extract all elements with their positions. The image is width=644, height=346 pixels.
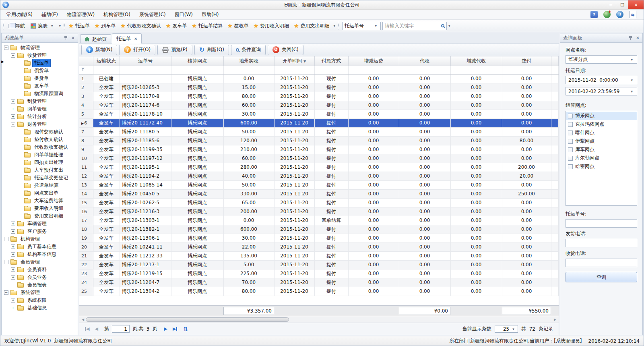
sidebar-item-大车预付支出[interactable]: 大车预付支出 [4,166,78,174]
favorite-到车单[interactable]: ★到车单 [92,21,118,31]
date-from-select[interactable]: 2015-11-02 0:00:00 ▾ [566,76,637,84]
table-row[interactable]: 18全发车博乐20-11382-1博乐网点600.002015-11-20提付0… [79,225,559,234]
sidebar-item-车辆管理[interactable]: +车辆管理 [4,220,78,228]
settle-option-伊犁网点[interactable]: 伊犁网点 [566,137,637,145]
keyword-search-input[interactable]: 请输入关键字 [382,22,447,30]
checkbox-icon[interactable] [568,156,573,161]
column-header-运单号[interactable]: 运单号 [120,56,171,66]
collapse-icon[interactable]: − [4,260,8,264]
collapse-icon[interactable]: − [4,290,8,295]
sidebar-item-会员管理[interactable]: −会员管理 [4,258,78,266]
sidebar-item-回单单据处理[interactable]: 回单单据处理 [4,151,78,159]
sidebar-item-机构管理[interactable]: −机构管理 [4,235,78,243]
checkbox-icon[interactable] [568,139,573,144]
table-row[interactable]: 7全发车博乐20-11180-5博乐网点50.002015-11-20提付0.0… [79,127,559,136]
close-button[interactable]: ✕ [628,0,644,9]
query-button[interactable]: 查询 [566,272,637,282]
expand-icon[interactable]: + [11,222,15,226]
scroll-right-icon[interactable]: ▶ [552,318,558,321]
sidebar-item-提货单[interactable]: 提货单 [4,75,78,82]
reload-page-icon[interactable]: ⇅ [183,326,188,332]
expand-icon[interactable]: + [11,252,15,257]
sidebar-item-会员业务[interactable]: +会员业务 [4,273,78,281]
toolbar-grip[interactable] [3,22,4,30]
maximize-button[interactable]: ❐ [617,0,628,9]
action-button-条件查询[interactable]: 条件查询 [231,45,266,55]
table-row[interactable]: 15全发车博乐20-10262-5博乐网点65.002015-11-20提付0.… [79,198,559,207]
favorite-发车单[interactable]: ★发车单 [163,21,190,31]
filter-cell[interactable] [171,66,223,74]
action-button-刷新(Q)[interactable]: ↻刷新(Q) [194,45,229,55]
sidebar-item-费用支出明细[interactable]: 费用支出明细 [4,212,78,220]
table-row[interactable]: 8全发车博乐20-11185-6博乐网点120.002015-11-20提付0.… [79,136,559,145]
navigation-button[interactable]: 导航 [5,21,28,31]
sidebar-item-物流跟踪查询[interactable]: 物流跟踪查询 [4,90,78,97]
settle-option-博乐网点[interactable]: 博乐网点 [566,112,637,120]
column-header-地州实收[interactable]: 地州实收 [223,56,274,66]
search-icon[interactable] [441,24,444,27]
prev-page-button[interactable]: ◀ [95,326,98,331]
settle-option-克拉玛依网点[interactable]: 克拉玛依网点 [566,120,637,128]
tab-close-icon[interactable]: ✕ [134,37,137,41]
favorite-费用收入明细[interactable]: ★费用收入明细 [251,21,291,31]
table-row[interactable]: ▶6全发车博乐20-11172-40博乐网点600.002015-11-20提付… [79,118,559,127]
expand-icon[interactable]: + [11,107,15,111]
table-row[interactable]: 14全发车博乐20-10450-5博乐网点330.002015-11-20提付0… [79,189,559,198]
collapse-icon[interactable]: − [4,46,8,50]
checkbox-icon[interactable] [568,147,573,152]
close-icon[interactable]: ✕ [636,36,640,40]
action-button-新增(N)[interactable]: +新增(N) [81,45,117,55]
expand-icon[interactable]: + [11,267,15,272]
sidebar-item-员工基本信息[interactable]: +员工基本信息 [4,243,78,251]
expand-icon[interactable]: + [11,275,15,280]
table-row[interactable]: 24全发车博乐20-11204-7博乐网点70.002015-11-20提付0.… [79,278,559,287]
globe-icon[interactable] [603,11,611,18]
table-row[interactable]: 23全发车博乐20-11219-15博乐网点225.002015-11-20提付… [79,269,559,278]
info-icon[interactable]: i [616,11,623,18]
filter-cell[interactable] [314,66,348,74]
sidebar-item-会员资料[interactable]: +会员资料 [4,266,78,273]
skin-button[interactable]: 换肤 ▾ [28,21,58,31]
collapse-icon[interactable]: − [11,53,15,58]
sidebar-item-机构基本信息[interactable]: +机构基本信息 [4,251,78,258]
table-row[interactable]: 9全发车博乐20-11199-35博乐网点210.002015-11-20提付0… [79,145,559,154]
settle-option-库尔勒网点[interactable]: 库尔勒网点 [566,154,637,162]
filter-cell[interactable] [348,66,399,74]
settle-option-喀什网点[interactable]: 喀什网点 [566,128,637,137]
filter-cell[interactable] [120,66,171,74]
help-icon[interactable]: ? [590,11,598,18]
menu-item-辅助(E)[interactable]: 辅助(E) [37,10,62,20]
sidebar-item-托运单结算[interactable]: 托运单结算 [4,182,78,189]
toolbar-grip[interactable] [338,22,339,30]
expand-icon[interactable]: + [11,229,15,234]
filter-cell[interactable] [450,66,502,74]
toolbar-grip[interactable] [64,22,65,30]
table-row[interactable]: 25全发车博乐20-11304-2博乐网点80.002015-11-20提付0.… [79,287,559,296]
next-page-button[interactable]: ▶ [164,326,167,331]
sidebar-item-网点支出单[interactable]: 网点支出单 [4,189,78,197]
receiver-phone-input[interactable] [566,259,637,267]
collapse-icon[interactable]: − [11,122,15,126]
column-header-增减代收[interactable]: 增减代收 [450,56,502,66]
table-row[interactable]: 11全发车博乐20-11195-1博乐网点280.002015-11-20提付0… [79,163,559,172]
scrollbar-thumb[interactable] [86,317,289,322]
column-header-开单时间[interactable]: 开单时间▼ [274,56,314,66]
scroll-left-icon[interactable]: ◀ [80,318,86,321]
table-row[interactable]: 10全发车博乐20-11197-12博乐网点60.002015-11-20提付0… [79,154,559,163]
favorite-费用支出明细[interactable]: ★费用支出明细 [291,21,332,31]
sidebar-item-费用收入明细[interactable]: 费用收入明细 [4,205,78,212]
sidebar-item-客户服务[interactable]: +客户服务 [4,228,78,235]
settle-option-库车网点[interactable]: 库车网点 [566,145,637,154]
close-icon[interactable]: ✕ [71,36,75,40]
settle-option-哈密网点[interactable]: 哈密网点 [566,162,637,171]
sidebar-item-大车运费结算[interactable]: 大车运费结算 [4,197,78,205]
waybill-no-input[interactable] [566,219,637,228]
table-row[interactable]: 21全发车博乐20-11212-33博乐网点135.002015-11-20提付… [79,251,559,260]
page-number-input[interactable] [112,325,130,333]
column-header-增减运费[interactable]: 增减运费 [348,56,399,66]
table-row[interactable]: 1已创建博乐网点0.002015-11-20现付0.000.000.000.00 [79,74,559,83]
sidebar-item-财务管理[interactable]: −财务管理 [4,120,78,128]
filter-cell[interactable] [502,66,551,74]
expand-icon[interactable]: + [11,298,15,302]
action-button-关闭(C)[interactable]: ↺关闭(C) [268,45,303,55]
